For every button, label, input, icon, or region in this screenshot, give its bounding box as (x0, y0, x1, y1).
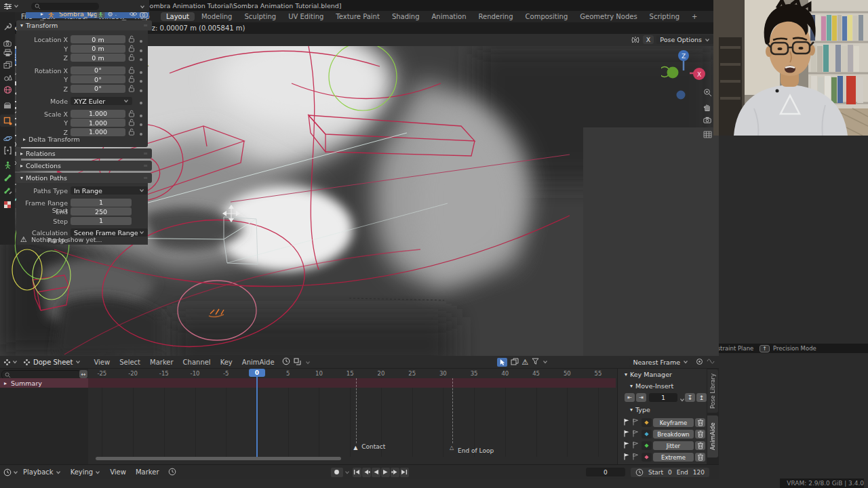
summary-keys-band[interactable] (88, 378, 616, 388)
select-flag-icon[interactable] (623, 430, 630, 439)
keytype-breakdown-button[interactable]: Breakdown (653, 430, 694, 439)
value-field[interactable]: 1 (71, 217, 132, 225)
dopesheet-menu-key[interactable]: Key (216, 358, 237, 367)
dopesheet-mode-dropdown[interactable]: Dope Sheet (23, 359, 81, 366)
play-button[interactable] (381, 468, 390, 477)
properties-tab-collection[interactable] (0, 100, 15, 112)
playhead-line[interactable] (256, 377, 258, 457)
properties-tab-object-data[interactable] (0, 159, 15, 171)
keytype-color-icon[interactable] (642, 441, 652, 450)
mirror-x-icon[interactable] (631, 36, 640, 44)
delete-keytype-button[interactable] (695, 453, 705, 462)
jump-to-end[interactable] (400, 468, 409, 477)
animate-dot-icon[interactable] (139, 112, 143, 119)
timeline-editor-dropdown[interactable] (3, 468, 18, 476)
dopesheet-menu-marker[interactable]: Marker (145, 358, 178, 367)
value-field[interactable]: 1.000 (71, 128, 125, 136)
workspace-tab-rendering[interactable]: Rendering (473, 12, 518, 21)
warning-icon[interactable]: ⚠ (522, 359, 529, 366)
chevron-down-icon[interactable] (305, 359, 311, 366)
workspace-tab-sculpting[interactable]: Sculpting (239, 12, 281, 21)
value-field[interactable]: 250 (71, 207, 132, 216)
select-flag-icon[interactable] (623, 453, 630, 462)
end-value[interactable]: 120 (693, 469, 705, 476)
footer-menu-playback[interactable]: Playback (18, 468, 66, 476)
keytype-keyframe-button[interactable]: Keyframe (653, 418, 694, 427)
marker-label[interactable]: End of Loop (458, 447, 494, 454)
value-field[interactable]: 1.000 (71, 119, 125, 127)
marker-triangle[interactable]: ▲ (353, 445, 357, 451)
properties-tab-object[interactable] (0, 115, 15, 127)
pan-hand-icon[interactable] (703, 102, 711, 113)
camera-view-icon[interactable] (703, 117, 711, 125)
workspace-tab-uv-editing[interactable]: UV Editing (283, 12, 329, 21)
delete-keytype-button[interactable] (695, 430, 705, 439)
footer-menu-view[interactable]: View (105, 468, 131, 476)
lock-icon[interactable] (128, 128, 135, 137)
lock-icon[interactable] (128, 119, 135, 127)
workspace-tab-scripting[interactable]: Scripting (644, 12, 685, 21)
deselect-flag-icon[interactable] (632, 441, 639, 450)
delete-keytype-button[interactable] (695, 441, 705, 450)
extract-keys-button[interactable]: ↥ (696, 393, 707, 402)
animate-dot-icon[interactable] (139, 99, 143, 106)
mirror-x-button[interactable]: X (643, 35, 654, 44)
lock-icon[interactable] (128, 110, 135, 119)
motion-paths-panel-header[interactable]: ▾Motion Paths≡ (16, 173, 150, 183)
snap-mode-dropdown[interactable]: Nearest Frame (629, 358, 692, 367)
relations-panel-header[interactable]: ▸Relations≡ (16, 148, 150, 159)
deselect-flag-icon[interactable] (632, 418, 639, 427)
chevron-down-icon[interactable] (679, 396, 685, 403)
dopesheet-menu-view[interactable]: View (89, 358, 115, 367)
animate-dot-icon[interactable] (139, 121, 143, 128)
select-flag-icon[interactable] (623, 441, 630, 450)
deselect-flag-icon[interactable] (632, 430, 639, 439)
workspace-tab-compositing[interactable]: Compositing (520, 12, 574, 21)
falloff-curve-icon[interactable] (707, 358, 715, 366)
jump-to-next-keyframe[interactable] (391, 468, 399, 477)
pose-options-dropdown[interactable]: Pose Options (656, 35, 713, 44)
workspace-tab-shading[interactable]: Shading (387, 12, 425, 21)
sidebar-tab-pose-library[interactable]: Pose Library (707, 369, 718, 413)
workspace-tab-animation[interactable]: Animation (427, 12, 472, 21)
horizontal-scrollbar[interactable] (96, 457, 341, 460)
delete-keytype-button[interactable] (695, 418, 705, 427)
add-workspace-button[interactable]: + (686, 12, 703, 21)
snap-frame-icon[interactable] (294, 358, 302, 367)
type-panel-header[interactable]: ▾Type (630, 406, 650, 413)
jump-to-prev-keyframe[interactable] (362, 468, 371, 477)
workspace-tab-layout[interactable]: Layout (161, 12, 195, 21)
dopesheet-body[interactable]: -25-20-15-10-5510152025303540455055▲Cont… (0, 368, 719, 464)
mode-dropdown[interactable]: XYZ Euler (71, 98, 132, 105)
disclosure-icon[interactable]: ▸ (4, 380, 7, 386)
properties-tab-constraints[interactable] (0, 144, 15, 157)
move-insert-amount-field[interactable]: 1 (649, 393, 677, 402)
ghost-frames-icon[interactable] (511, 358, 519, 367)
editor-type-dropdown[interactable] (3, 359, 18, 366)
value-field[interactable]: 1.000 (71, 110, 125, 118)
proportional-clock-icon[interactable] (282, 357, 290, 367)
workspace-tab-modeling[interactable]: Modeling (196, 12, 238, 21)
footer-menu-keying[interactable]: Keying (66, 468, 106, 476)
sidebar-tab-animaide[interactable]: AnimAide (707, 415, 718, 458)
properties-tab-physics[interactable] (0, 132, 15, 144)
playhead-sync-icon[interactable] (168, 468, 176, 477)
gizmo-x-label[interactable]: X (697, 71, 701, 78)
grid-ortho-icon[interactable] (703, 131, 712, 140)
keytype-color-icon[interactable] (642, 430, 652, 439)
properties-tab-bone[interactable] (0, 171, 15, 184)
keytype-color-icon[interactable] (642, 418, 652, 427)
navigation-gizmo[interactable]: Z X (661, 46, 709, 104)
summary-channel[interactable]: ▸Summary (0, 378, 88, 388)
dropdown-field[interactable]: In Range (71, 186, 148, 195)
edit-cursor-toggle[interactable] (497, 358, 507, 367)
chevron-down-icon[interactable] (344, 468, 350, 476)
collections-panel-header[interactable]: ▸Collections≡ (16, 161, 150, 171)
proportional-edit-icon[interactable] (696, 358, 703, 367)
key-jump-right-button[interactable]: ⇥ (636, 393, 646, 402)
workspace-tab-geometry-nodes[interactable]: Geometry Nodes (574, 12, 642, 21)
jump-to-start[interactable] (353, 468, 361, 477)
current-frame-badge[interactable]: 0 (249, 369, 265, 377)
key-jump-left-button[interactable]: ⇤ (625, 393, 635, 402)
move-insert-panel-header[interactable]: ▾Move-Insert (630, 382, 673, 390)
